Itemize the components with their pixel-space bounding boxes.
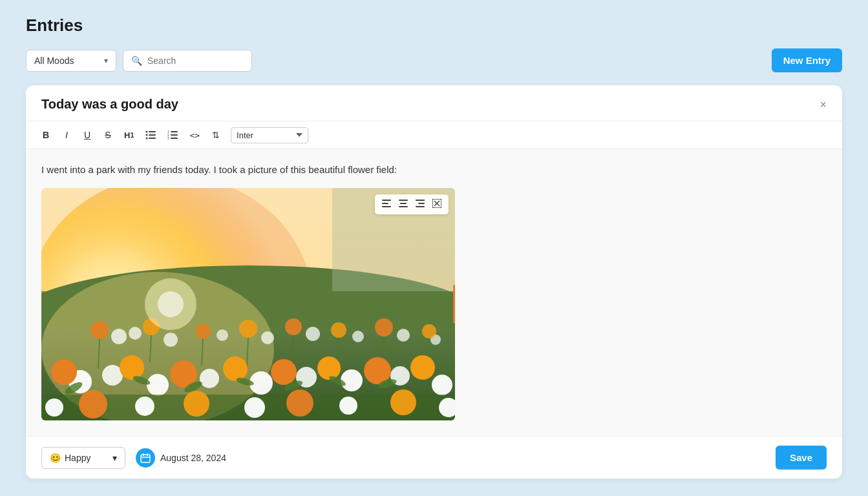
svg-point-69 xyxy=(317,356,341,380)
svg-rect-12 xyxy=(382,200,391,201)
svg-rect-8 xyxy=(171,138,178,139)
svg-point-67 xyxy=(223,356,248,381)
svg-point-3 xyxy=(146,131,148,133)
save-button[interactable]: Save xyxy=(776,446,827,470)
editor-card: Today was a good day × B I U S H1 xyxy=(26,85,842,479)
svg-point-68 xyxy=(271,359,297,385)
bold-button[interactable]: B xyxy=(36,127,56,143)
search-box: 🔍 xyxy=(123,50,252,72)
svg-point-39 xyxy=(90,321,109,339)
formatting-toolbar: B I U S H1 1 xyxy=(26,121,842,149)
code-button[interactable]: <> xyxy=(184,127,205,143)
new-entry-button[interactable]: New Entry xyxy=(772,48,842,72)
editor-footer: 😊 Happy ▾ August 28, xyxy=(26,436,842,479)
svg-point-57 xyxy=(147,374,169,396)
svg-point-42 xyxy=(239,320,257,338)
svg-point-32 xyxy=(164,333,178,347)
image-align-right-button[interactable] xyxy=(412,197,428,212)
svg-point-36 xyxy=(352,331,364,342)
svg-point-87 xyxy=(390,389,416,415)
mood-label: Happy xyxy=(65,453,90,463)
editor-content-text: I went into a park with my friends today… xyxy=(41,162,827,178)
svg-point-65 xyxy=(120,355,144,380)
image-container xyxy=(41,188,455,420)
svg-point-80 xyxy=(45,398,63,417)
svg-rect-13 xyxy=(382,203,388,204)
mood-filter-label: All Moods xyxy=(34,56,74,66)
svg-rect-16 xyxy=(400,203,407,204)
page-title: Entries xyxy=(26,16,842,36)
toolbar-left: All Moods ▾ 🔍 xyxy=(26,50,252,72)
font-select[interactable]: Inter xyxy=(231,127,308,143)
svg-point-43 xyxy=(285,318,302,335)
mood-selector-content: 😊 Happy xyxy=(50,453,90,463)
svg-point-84 xyxy=(244,397,265,418)
svg-point-64 xyxy=(51,359,77,385)
svg-point-4 xyxy=(146,134,148,136)
chevron-down-icon: ▾ xyxy=(104,56,108,65)
heading1-button[interactable]: H1 xyxy=(119,127,139,143)
svg-rect-20 xyxy=(416,206,425,207)
svg-rect-19 xyxy=(418,203,425,204)
svg-rect-6 xyxy=(171,131,178,132)
close-button[interactable]: × xyxy=(820,99,827,110)
svg-point-31 xyxy=(129,327,142,340)
date-display: August 28, 2024 xyxy=(136,448,226,468)
svg-point-44 xyxy=(331,322,346,338)
svg-rect-17 xyxy=(399,206,408,207)
svg-point-41 xyxy=(195,324,211,339)
svg-rect-14 xyxy=(382,206,391,207)
svg-point-90 xyxy=(158,291,184,317)
image-align-left-button[interactable] xyxy=(379,197,394,212)
date-label: August 28, 2024 xyxy=(160,453,226,463)
mood-selector[interactable]: 😊 Happy ▾ xyxy=(41,447,125,469)
svg-point-85 xyxy=(286,389,313,417)
svg-point-61 xyxy=(341,369,363,391)
strikethrough-button[interactable]: S xyxy=(98,127,118,143)
toolbar-row: All Moods ▾ 🔍 New Entry xyxy=(26,48,842,72)
svg-point-82 xyxy=(135,397,154,416)
svg-point-71 xyxy=(410,355,435,380)
svg-point-30 xyxy=(111,329,127,344)
svg-rect-1 xyxy=(149,134,156,136)
calendar-icon xyxy=(136,448,155,468)
image-align-center-button[interactable] xyxy=(396,197,411,212)
svg-point-33 xyxy=(217,329,228,341)
svg-rect-92 xyxy=(141,455,150,462)
italic-button[interactable]: I xyxy=(57,127,76,143)
editor-header: Today was a good day × xyxy=(26,85,842,121)
svg-rect-0 xyxy=(149,131,156,132)
image-delete-button[interactable] xyxy=(429,197,445,212)
numbered-list-button[interactable]: 1 2 3 xyxy=(162,127,183,143)
mood-chevron-down-icon: ▾ xyxy=(112,453,117,463)
svg-rect-7 xyxy=(171,134,178,136)
flower-field-image xyxy=(41,188,455,420)
mood-filter-dropdown[interactable]: All Moods ▾ xyxy=(26,50,116,72)
svg-rect-18 xyxy=(416,200,425,201)
search-icon: 🔍 xyxy=(131,56,142,66)
editor-title: Today was a good day xyxy=(41,97,178,112)
image-resize-handle[interactable] xyxy=(453,285,455,324)
svg-point-58 xyxy=(200,369,219,388)
svg-rect-15 xyxy=(399,200,408,201)
svg-point-81 xyxy=(79,390,107,418)
svg-point-34 xyxy=(261,331,274,344)
editor-body[interactable]: I went into a park with my friends today… xyxy=(26,149,842,436)
underline-button[interactable]: U xyxy=(78,127,97,143)
svg-point-46 xyxy=(422,324,436,338)
indent-button[interactable]: ⇅ xyxy=(206,127,226,143)
image-toolbar xyxy=(375,194,449,214)
svg-point-37 xyxy=(397,329,410,342)
bullet-list-button[interactable] xyxy=(140,127,161,143)
svg-point-5 xyxy=(146,138,148,140)
search-input[interactable] xyxy=(147,56,238,66)
svg-point-63 xyxy=(432,375,452,395)
svg-point-35 xyxy=(306,327,320,341)
footer-left: 😊 Happy ▾ August 28, xyxy=(41,447,226,469)
svg-point-86 xyxy=(339,397,357,415)
svg-point-83 xyxy=(184,391,209,417)
svg-rect-2 xyxy=(149,138,156,139)
mood-emoji: 😊 xyxy=(50,453,61,463)
svg-point-45 xyxy=(375,318,393,336)
svg-text:3: 3 xyxy=(167,136,169,140)
